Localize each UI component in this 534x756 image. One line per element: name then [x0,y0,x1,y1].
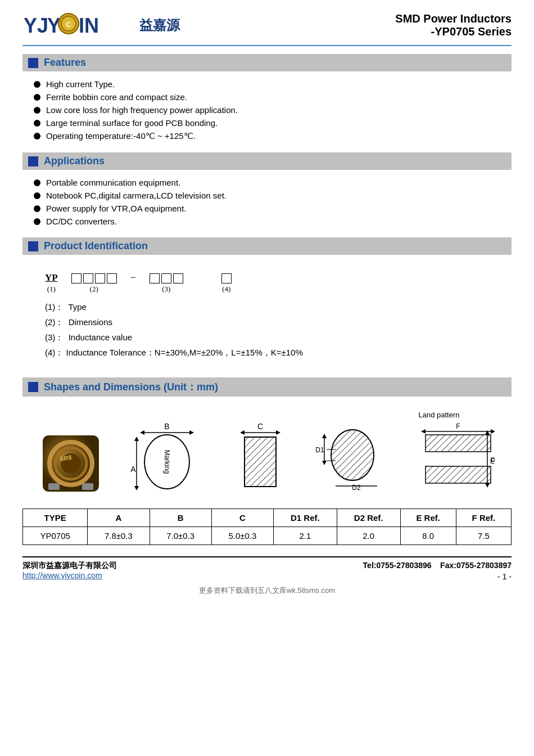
id-note-4: (4)： Inductance Tolerance：N=±30%,M=±20%，… [45,348,489,358]
bullet-dot [34,94,40,101]
table-cell-e: 8.0 [400,527,456,545]
svg-marker-52 [485,483,490,488]
svg-marker-33 [322,434,327,438]
front-view-diagram: D1 D2 [314,421,382,494]
table-cell-type: YP0705 [23,527,88,545]
list-item: Low core loss for high frequency power a… [34,105,512,115]
shapes-diagram: 6R8 B A Marking [22,402,512,503]
prod-id-label2: (2) [90,285,98,294]
svg-text:C: C [257,422,263,431]
id-note-2: (2)： Dimensions [45,317,489,328]
prod-id-box [221,273,232,284]
bullet-dot [34,205,40,212]
table-header-a: A [88,509,150,527]
list-item: Power supply for VTR,OA equipment. [34,204,512,213]
svg-rect-13 [82,483,93,490]
table-cell-b: 7.0±0.3 [150,527,211,545]
svg-marker-21 [134,486,139,490]
prod-id-box [161,273,171,284]
svg-text:D2: D2 [491,456,495,463]
prod-id-box [95,273,105,284]
prod-id-box [173,273,183,284]
table-header-type: TYPE [23,509,88,527]
company-url-link[interactable]: http://www.yjycoin.com [22,571,102,580]
svg-text:D1: D1 [315,446,324,454]
svg-text:Marking: Marking [163,450,171,474]
svg-marker-17 [189,430,194,435]
table-cell-a: 7.8±0.3 [88,527,150,545]
svg-point-35 [331,430,374,480]
logo-area: Y J Y C IN 益嘉源 [22,11,180,39]
svg-rect-47 [437,453,479,465]
table-header-d2: D2 Ref. [337,509,400,527]
shapes-blue-square [28,382,38,392]
logo-cn-text: 益嘉源 [139,16,180,34]
bullet-dot [34,120,40,127]
bullet-dot [34,107,40,114]
svg-text:C: C [66,20,71,29]
land-pattern-svg: F E D2 [408,421,495,494]
svg-marker-27 [276,430,280,435]
prod-id-box [83,273,93,284]
list-item: Operating temperature:-40℃ ~ +125℃. [34,131,512,141]
table-header-b: B [150,509,211,527]
side-view-diagram: C [232,421,288,494]
svg-marker-51 [485,430,490,435]
table-header-d1: D1 Ref. [273,509,337,527]
footer-right: Tel:0755-27803896 Fax:0755-27803897 - 1 … [363,561,512,581]
product-id-section-header: Product Identification [22,237,512,255]
list-item: DC/DC converters. [34,217,512,226]
product-title-line1: SMD Power Inductors [395,12,512,25]
svg-text:Y: Y [24,14,37,37]
bullet-dot [34,133,40,140]
features-section-header: Features [22,54,512,71]
svg-rect-48 [426,466,491,483]
svg-rect-12 [48,483,60,490]
features-list: High current Type. Ferrite bobbin core a… [22,77,512,147]
id-note-1: (1)： Type [45,302,489,313]
prod-id-dash: − [130,272,136,284]
bullet-dot [34,179,40,186]
land-pattern-diagram: Land pattern F E [408,411,495,494]
shapes-section-header: Shapes and Dimensions (Unit：mm) [22,377,512,397]
table-header-c: C [211,509,273,527]
product-id-blue-square [28,241,38,251]
id-note-3: (3)： Inductance value [45,332,489,343]
features-blue-square [28,58,38,68]
page-footer: 深圳市益嘉源电子有限公司 http://www.yjycoin.com Tel:… [22,556,512,581]
list-item: Ferrite bobbin core and compact size. [34,92,512,102]
svg-text:D2: D2 [352,484,361,492]
bullet-dot [34,81,40,88]
bullet-dot [34,192,40,199]
bottom-note: 更多资料下载请到五八文库wk.58sms.com [22,586,512,596]
svg-rect-46 [426,435,491,452]
list-item: High current Type. [34,79,512,89]
features-title: Features [44,57,86,69]
table-cell-f: 7.5 [456,527,511,545]
company-url[interactable]: http://www.yjycoin.com [22,571,117,580]
top-view-svg: B A Marking [128,421,206,494]
applications-section-header: Applications [22,152,512,170]
svg-marker-43 [421,429,426,434]
table-header-f: F Ref. [456,509,511,527]
product-id-title: Product Identification [44,240,148,252]
shapes-title: Shapes and Dimensions (Unit：mm) [44,380,218,394]
logo-icon: Y J Y C IN [22,11,135,39]
id-notes: (1)： Type (2)： Dimensions (3)： Inductanc… [22,296,512,368]
list-item: Notebook PC,digital carmera,LCD televisi… [34,191,512,200]
svg-marker-20 [134,436,139,441]
land-pattern-label: Land pattern [419,411,460,419]
contact-info: Tel:0755-27803896 Fax:0755-27803897 [363,561,512,570]
tel: Tel:0755-27803896 [363,561,432,570]
svg-text:A: A [130,465,136,474]
svg-rect-29 [245,437,276,487]
inductor-photo-svg: 6R8 [40,433,102,494]
table-header-e: E Ref. [400,509,456,527]
fax: Fax:0755-27803897 [440,561,512,570]
list-item: Large terminal surface for good PCB bond… [34,118,512,128]
product-title: SMD Power Inductors -YP0705 Series [395,12,512,38]
front-view-svg: D1 D2 [314,421,382,494]
prod-id-box [71,273,82,284]
applications-blue-square [28,156,38,166]
svg-marker-26 [240,430,245,435]
